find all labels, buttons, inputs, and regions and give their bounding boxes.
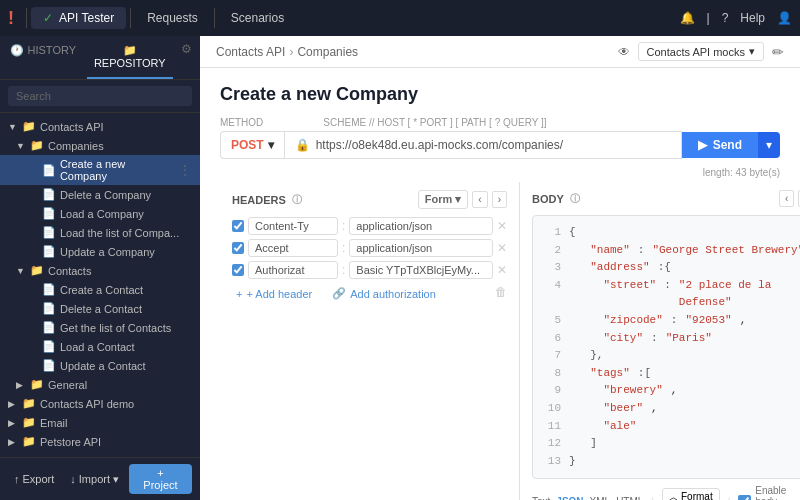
tree-item-companies[interactable]: ▼ 📁 Companies <box>0 136 200 155</box>
file-icon: 📄 <box>42 340 56 353</box>
header-val-accept[interactable]: application/json <box>349 239 493 257</box>
header-delete-icon-2[interactable]: ✕ <box>497 241 507 255</box>
send-dropdown-button[interactable]: ▾ <box>758 132 780 158</box>
eval-checkbox[interactable] <box>738 495 751 500</box>
sidebar: 🕐 HISTORY 📁 REPOSITORY ⚙ ▼ 📁 Contacts AP… <box>0 36 200 500</box>
format-tab-html[interactable]: HTML <box>616 496 643 500</box>
help-label[interactable]: Help <box>740 11 765 25</box>
lock-icon: 🔒 <box>295 138 310 152</box>
file-icon: 📄 <box>42 226 56 239</box>
import-button[interactable]: ↓ Import ▾ <box>64 464 125 494</box>
header-row-content-type: Content-Ty : application/json ✕ <box>232 217 507 235</box>
body-prev-button[interactable]: ‹ <box>779 190 794 207</box>
folder-icon: 📁 <box>22 435 36 448</box>
file-icon: 📄 <box>42 245 56 258</box>
prev-button[interactable]: ‹ <box>472 191 487 208</box>
send-button[interactable]: ▶ Send <box>682 132 758 158</box>
tree-item-load-list-companies[interactable]: 📄 Load the list of Compa... <box>0 223 200 242</box>
tree-item-delete-contact[interactable]: 📄 Delete a Contact <box>0 299 200 318</box>
check-icon: ✓ <box>43 11 53 25</box>
method-select[interactable]: POST ▾ <box>220 131 284 159</box>
tree-item-load-company[interactable]: 📄 Load a Company <box>0 204 200 223</box>
nav-tab-api-tester[interactable]: ✓ API Tester <box>31 7 126 29</box>
user-avatar[interactable]: 👤 <box>777 11 792 25</box>
add-project-button[interactable]: + Project <box>129 464 192 494</box>
method-label-hint: METHOD <box>220 117 263 128</box>
header-delete-icon-3[interactable]: ✕ <box>497 263 507 277</box>
history-icon: 🕐 <box>10 44 24 56</box>
info-icon: ⓘ <box>292 193 302 207</box>
breadcrumb: Contacts API › Companies 👁 Contacts API … <box>200 36 800 68</box>
add-header-button[interactable]: + + Add header <box>232 285 316 302</box>
edit-icon[interactable]: ✏ <box>772 44 784 60</box>
file-icon: 📄 <box>42 302 56 315</box>
info-icon-body: ⓘ <box>570 192 580 206</box>
breadcrumb-part-1[interactable]: Contacts API <box>216 45 285 59</box>
file-icon: 📄 <box>42 164 56 177</box>
header-checkbox-content-type[interactable] <box>232 220 244 232</box>
body-code-editor[interactable]: 1{ 2 "name": "George Street Brewery", 3 … <box>532 215 800 479</box>
request-panel: Create a new Company METHOD SCHEME // HO… <box>200 68 800 500</box>
sidebar-search <box>0 80 200 113</box>
scheme-label-hint: SCHEME // HOST [ * PORT ] [ PATH [ ? QUE… <box>323 117 546 128</box>
tree-item-general[interactable]: ▶ 📁 General <box>0 375 200 394</box>
next-button[interactable]: › <box>492 191 507 208</box>
header-val-auth[interactable]: Basic YTpTdXBlcjEyMy... <box>349 261 493 279</box>
tree-item-contacts-api-demo[interactable]: ▶ 📁 Contacts API demo <box>0 394 200 413</box>
tree-item-contacts-folder[interactable]: ▼ 📁 Contacts <box>0 261 200 280</box>
tree-item-create-company[interactable]: 📄 Create a new Company ⋮ <box>0 155 200 185</box>
mock-select[interactable]: Contacts API mocks ▾ <box>638 42 764 61</box>
tree-item-petstore[interactable]: ▶ 📁 Petstore API <box>0 432 200 451</box>
send-icon: ▶ <box>698 138 707 152</box>
add-auth-button[interactable]: 🔗 Add authorization <box>328 285 440 302</box>
more-icon[interactable]: ⋮ <box>178 162 192 178</box>
eye-icon[interactable]: 👁 <box>618 45 630 59</box>
tab-history[interactable]: 🕐 HISTORY <box>0 36 87 79</box>
bell-icon[interactable]: 🔔 <box>680 11 695 25</box>
top-nav: ! ✓ API Tester Requests Scenarios 🔔 | ? … <box>0 0 800 36</box>
tree-item-delete-company[interactable]: 📄 Delete a Company <box>0 185 200 204</box>
nav-tab-requests[interactable]: Requests <box>135 7 210 29</box>
format-tab-json[interactable]: JSON <box>556 496 583 500</box>
chevron-down-icon: ▾ <box>113 473 119 486</box>
chevron-down-icon: ▼ <box>16 141 26 151</box>
tab-repository[interactable]: 📁 REPOSITORY <box>87 36 174 79</box>
tree-item-update-company[interactable]: 📄 Update a Company <box>0 242 200 261</box>
chevron-right-icon: ▶ <box>8 399 18 409</box>
header-checkbox-accept[interactable] <box>232 242 244 254</box>
header-delete-icon[interactable]: ✕ <box>497 219 507 233</box>
export-button[interactable]: ↑ Export <box>8 464 60 494</box>
search-input[interactable] <box>8 86 192 106</box>
pipe-sep: | <box>651 496 654 500</box>
folder-icon: 📁 <box>22 397 36 410</box>
help-icon: ? <box>722 11 729 25</box>
format-tab-text[interactable]: Text <box>532 496 550 500</box>
trash-icon[interactable]: 🗑 <box>495 285 507 302</box>
pipe-sep-2: | <box>728 496 731 500</box>
format-tab-xml[interactable]: XML <box>590 496 611 500</box>
format-body-button[interactable]: ⬡ Format body <box>662 488 720 500</box>
tree-item-get-contacts[interactable]: 📄 Get the list of Contacts <box>0 318 200 337</box>
form-select[interactable]: Form ▾ <box>418 190 469 209</box>
nav-divider-1 <box>26 8 27 28</box>
tree-item-contacts-api[interactable]: ▼ 📁 Contacts API <box>0 117 200 136</box>
method-value: POST <box>231 138 264 152</box>
chevron-down-icon: ▾ <box>749 45 755 58</box>
body-eval: Enable body evaluation <box>738 485 800 500</box>
tree-item-email[interactable]: ▶ 📁 Email <box>0 413 200 432</box>
sidebar-tree: ▼ 📁 Contacts API ▼ 📁 Companies 📄 Create … <box>0 113 200 457</box>
header-val-content-type[interactable]: application/json <box>349 217 493 235</box>
chevron-down-icon: ▼ <box>8 122 18 132</box>
headers-body-row: HEADERS ⓘ Form ▾ ‹ › <box>220 182 780 500</box>
tree-item-update-contact[interactable]: 📄 Update a Contact <box>0 356 200 375</box>
breadcrumb-part-2[interactable]: Companies <box>297 45 358 59</box>
nav-tab-scenarios[interactable]: Scenarios <box>219 7 296 29</box>
header-checkbox-auth[interactable] <box>232 264 244 276</box>
url-input[interactable]: 🔒 https://o8ek48d.eu.api-mocks.com/compa… <box>284 131 682 159</box>
tree-item-load-contact[interactable]: 📄 Load a Contact <box>0 337 200 356</box>
nav-divider-2 <box>130 8 131 28</box>
sidebar-settings-icon[interactable]: ⚙ <box>173 36 200 79</box>
scroll-content: Create a new Company METHOD SCHEME // HO… <box>200 68 800 500</box>
url-length: length: 43 byte(s) <box>220 167 780 178</box>
tree-item-create-contact[interactable]: 📄 Create a Contact <box>0 280 200 299</box>
